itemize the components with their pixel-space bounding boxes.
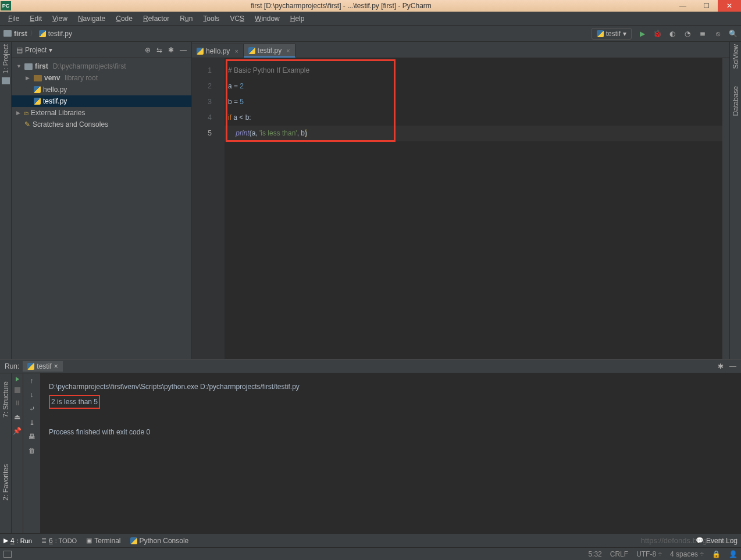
pycharm-logo-icon: PC bbox=[1, 1, 11, 10]
up-arrow-icon[interactable]: ↑ bbox=[30, 377, 34, 385]
breadcrumb-root[interactable]: first bbox=[14, 30, 27, 38]
python-file-icon bbox=[39, 30, 46, 37]
tree-scratches[interactable]: ▶✎ Scratches and Consoles bbox=[12, 119, 191, 130]
status-inspect-icon[interactable]: 👤 bbox=[729, 550, 738, 558]
scratch-icon: ✎ bbox=[24, 120, 30, 129]
run-output-toolbar: ↑ ↓ ⤶ ⤓ 🖶 🗑 bbox=[23, 373, 41, 533]
status-indent[interactable]: 4 spaces ÷ bbox=[670, 550, 704, 558]
library-icon: ⎄ bbox=[24, 109, 28, 117]
tree-project-root[interactable]: ▼ first D:\pycharmprojects\first bbox=[12, 60, 191, 72]
concurrency-button[interactable]: ≣ bbox=[698, 29, 707, 38]
sidebar-tab-favorites[interactable]: 2: Favorites bbox=[2, 464, 10, 501]
exit-button[interactable]: ⏏ bbox=[14, 413, 20, 421]
sidebar-tab-sciview[interactable]: SciView bbox=[732, 44, 740, 69]
stop-button[interactable] bbox=[15, 387, 20, 393]
bottom-tab-todo[interactable]: ≣ 6: TODO bbox=[41, 537, 77, 545]
settings-gear-icon[interactable]: ✱ bbox=[168, 46, 174, 54]
breadcrumb[interactable]: first 〉 testif.py bbox=[3, 28, 72, 38]
menu-run[interactable]: Run bbox=[175, 13, 197, 24]
status-encoding[interactable]: UTF-8 ÷ bbox=[636, 550, 662, 558]
down-arrow-icon[interactable]: ↓ bbox=[30, 391, 34, 399]
editor-tabs: hello.py × testif.py × bbox=[192, 42, 729, 58]
maximize-button[interactable]: ☐ bbox=[694, 0, 718, 12]
python-file-icon bbox=[27, 363, 34, 370]
soft-wrap-icon[interactable]: ⤶ bbox=[29, 405, 35, 413]
run-console-output[interactable]: D:\pycharmprojects\first\venv\Scripts\py… bbox=[41, 373, 741, 533]
pause-button[interactable]: ⏸ bbox=[14, 399, 21, 407]
attach-button[interactable]: ⎋ bbox=[713, 29, 722, 38]
menu-edit[interactable]: Edit bbox=[25, 13, 47, 24]
tree-file-testif[interactable]: testif.py bbox=[12, 95, 191, 107]
menu-navigate[interactable]: Navigate bbox=[73, 13, 110, 24]
pin-button[interactable]: 📌 bbox=[13, 427, 22, 435]
run-panel-label: Run: bbox=[5, 362, 19, 370]
python-icon bbox=[130, 537, 137, 544]
menu-tools[interactable]: Tools bbox=[198, 13, 224, 24]
bottom-tab-pyconsole[interactable]: Python Console bbox=[130, 537, 189, 545]
sidebar-tab-database[interactable]: Database bbox=[732, 86, 740, 116]
console-command: D:\pycharmprojects\first\venv\Scripts\py… bbox=[49, 379, 733, 394]
close-tab-icon[interactable]: × bbox=[234, 48, 238, 55]
project-panel-header: ▤ Project ▾ ⊕ ⇆ ✱ — bbox=[12, 42, 191, 58]
line-gutter: 12345 bbox=[192, 58, 225, 359]
menu-window[interactable]: Window bbox=[250, 13, 284, 24]
tree-file-hello[interactable]: hello.py bbox=[12, 84, 191, 95]
tab-label: testif.py bbox=[258, 47, 282, 55]
bottom-tab-eventlog[interactable]: 💬 Event Log bbox=[696, 537, 738, 545]
status-line-sep[interactable]: CRLF bbox=[610, 550, 628, 558]
menu-help[interactable]: Help bbox=[286, 13, 309, 24]
code-content[interactable]: # Basic Python If Example a = 2 b = 5 if… bbox=[225, 58, 722, 359]
navigation-bar: first 〉 testif.py testif ▾ ▶ 🐞 ◐ ◔ ≣ ⎋ 🔍 bbox=[0, 26, 741, 42]
menu-vcs[interactable]: VCS bbox=[225, 13, 249, 24]
tree-venv[interactable]: ▶ venv library root bbox=[12, 72, 191, 84]
status-caret-pos[interactable]: 5:32 bbox=[588, 550, 601, 558]
bottom-tab-run[interactable]: ▶ 4: Run bbox=[3, 537, 32, 545]
chevron-right-icon: 〉 bbox=[30, 28, 37, 38]
scroll-end-icon[interactable]: ⤓ bbox=[29, 419, 35, 427]
coverage-button[interactable]: ◐ bbox=[668, 29, 677, 38]
minimize-button[interactable]: — bbox=[671, 0, 694, 12]
collapse-icon[interactable]: ⇆ bbox=[156, 46, 162, 54]
chevron-down-icon[interactable]: ▾ bbox=[49, 46, 52, 54]
tab-hello[interactable]: hello.py × bbox=[192, 44, 244, 58]
window-titlebar: PC first [D:\pycharmprojects\first] - ..… bbox=[0, 0, 741, 12]
code-editor[interactable]: 12345 # Basic Python If Example a = 2 b … bbox=[192, 58, 729, 359]
sidebar-tab-project[interactable]: 1: Project bbox=[2, 44, 10, 74]
close-tab-icon[interactable]: × bbox=[286, 47, 290, 54]
settings-gear-icon[interactable]: ✱ bbox=[718, 362, 724, 370]
editor-scrollbar[interactable] bbox=[722, 58, 729, 359]
debug-button[interactable]: 🐞 bbox=[653, 29, 662, 38]
menu-code[interactable]: Code bbox=[111, 13, 137, 24]
sidebar-tab-structure[interactable]: 7: Structure bbox=[2, 381, 10, 418]
project-panel-title[interactable]: Project bbox=[25, 46, 47, 54]
python-file-icon bbox=[34, 86, 41, 93]
close-tab-icon[interactable]: × bbox=[54, 362, 58, 370]
rerun-button[interactable] bbox=[16, 377, 19, 381]
run-tab-testif[interactable]: testif × bbox=[23, 361, 62, 372]
tree-external-libraries[interactable]: ▶⎄ External Libraries bbox=[12, 107, 191, 119]
close-button[interactable]: ✕ bbox=[718, 0, 741, 12]
chevron-down-icon: ▾ bbox=[623, 30, 626, 38]
profile-button[interactable]: ◔ bbox=[683, 29, 692, 38]
print-icon[interactable]: 🖶 bbox=[28, 433, 35, 441]
bottom-tab-terminal[interactable]: ▣ Terminal bbox=[86, 537, 120, 545]
hide-icon[interactable]: — bbox=[729, 362, 736, 370]
hide-icon[interactable]: — bbox=[180, 46, 187, 54]
locate-icon[interactable]: ⊕ bbox=[145, 46, 151, 54]
run-button[interactable]: ▶ bbox=[637, 29, 647, 38]
project-tool-window: ▤ Project ▾ ⊕ ⇆ ✱ — ▼ first D:\pycharmpr… bbox=[12, 42, 192, 359]
project-tree[interactable]: ▼ first D:\pycharmprojects\first ▶ venv … bbox=[12, 58, 191, 359]
clear-icon[interactable]: 🗑 bbox=[28, 447, 35, 455]
menu-view[interactable]: View bbox=[48, 13, 72, 24]
left-side-lower-strip: 7: Structure 2: Favorites bbox=[0, 373, 12, 533]
left-tool-strip: 1: Project bbox=[0, 42, 12, 359]
toolwindow-toggle-icon[interactable] bbox=[3, 551, 12, 558]
menu-file[interactable]: File bbox=[3, 13, 24, 24]
folder-icon bbox=[24, 63, 33, 70]
tab-testif[interactable]: testif.py × bbox=[244, 44, 295, 58]
breadcrumb-file[interactable]: testif.py bbox=[48, 30, 72, 38]
search-everywhere-button[interactable]: 🔍 bbox=[728, 29, 738, 38]
menu-refactor[interactable]: Refactor bbox=[138, 13, 174, 24]
status-git-icon[interactable]: 🔒 bbox=[712, 550, 721, 558]
run-config-dropdown[interactable]: testif ▾ bbox=[592, 28, 632, 40]
